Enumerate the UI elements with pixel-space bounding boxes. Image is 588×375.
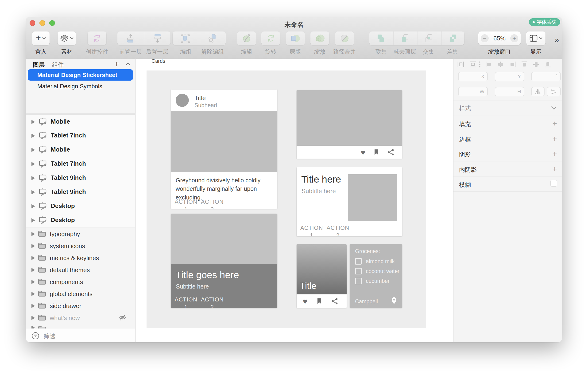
layer-row-folder[interactable]: components <box>26 276 135 288</box>
mask-button[interactable] <box>286 32 305 45</box>
width-field[interactable]: W <box>458 87 488 96</box>
difference-button[interactable] <box>441 32 464 45</box>
layer-row-artboard[interactable]: Desktop <box>26 213 135 227</box>
filter-input[interactable]: 筛选 <box>44 332 55 340</box>
disclosure-triangle-icon[interactable] <box>32 256 35 260</box>
disclosure-triangle-icon[interactable] <box>32 190 35 194</box>
align-top-icon[interactable] <box>521 61 528 68</box>
checklist-item: coconut water <box>355 268 399 274</box>
flip-horizontal-button[interactable] <box>531 87 545 96</box>
more-options-icon[interactable] <box>479 61 481 68</box>
layer-row-folder[interactable]: global elements <box>26 288 135 300</box>
rotation-field[interactable]: ° <box>531 72 561 81</box>
layer-row-artboard[interactable]: Mobile <box>26 114 135 129</box>
disclosure-triangle-icon[interactable] <box>32 232 35 236</box>
zoom-in-button[interactable]: + <box>510 34 518 42</box>
layer-row-folder[interactable]: system icons <box>26 240 135 252</box>
disclosure-triangle-icon[interactable] <box>32 204 35 208</box>
card-media-actions[interactable]: ♥ <box>297 90 402 159</box>
scale-button[interactable] <box>310 32 329 45</box>
disclosure-triangle-icon[interactable] <box>32 176 35 180</box>
y-field[interactable]: Y <box>495 72 524 81</box>
align-middle-vertical-icon[interactable] <box>533 61 539 68</box>
artboard-title[interactable]: Cards <box>151 58 165 64</box>
card-small-title[interactable]: Title ♥ <box>297 244 346 308</box>
tab-layers[interactable]: 图层 <box>33 61 45 69</box>
card-media-text[interactable]: Title Subhead Greyhound divisively hello… <box>171 89 277 209</box>
layer-row-artboard[interactable]: Mobile <box>26 143 135 157</box>
toolbar-overflow-button[interactable]: » <box>555 35 558 44</box>
distribute-horizontal-icon[interactable] <box>457 61 464 68</box>
flatten-paths-button[interactable] <box>335 32 354 45</box>
ungroup-button[interactable] <box>200 32 226 45</box>
height-field[interactable]: H <box>495 87 524 96</box>
disclosure-triangle-icon[interactable] <box>32 162 35 166</box>
disclosure-triangle-icon[interactable] <box>32 268 35 272</box>
filter-bar: 筛选 <box>26 329 135 342</box>
font-missing-badge[interactable]: 字体丢失 <box>529 18 560 26</box>
card-title-image[interactable]: Title here Subtitle here ACTION 1 ACTION… <box>297 167 402 236</box>
layer-label: typography <box>50 231 80 238</box>
layer-row-folder[interactable]: side drawer <box>26 300 135 312</box>
layer-row-folder[interactable]: metrics & keylines <box>26 252 135 264</box>
assets-button[interactable] <box>58 32 76 45</box>
disclosure-triangle-icon[interactable] <box>32 134 35 138</box>
align-bottom-icon[interactable] <box>545 61 551 68</box>
page-label: Material Design Stickersheet <box>37 72 117 78</box>
x-field[interactable]: X <box>458 72 488 81</box>
canvas[interactable]: Cards Title Subhead Greyhound divisively… <box>136 59 453 342</box>
add-shadow-button[interactable]: + <box>552 150 557 158</box>
card-dark-overlay[interactable]: Title goes here Subtitle here ACTION 1 A… <box>171 214 277 308</box>
layer-row-artboard[interactable]: Desktop <box>26 199 135 213</box>
disclosure-triangle-icon[interactable] <box>32 244 35 248</box>
blur-checkbox[interactable] <box>550 180 557 187</box>
edit-button[interactable] <box>237 32 256 45</box>
layer-row-artboard[interactable]: Tablet 7inch <box>26 129 135 143</box>
layer-row-artboard[interactable]: Tablet 9inch <box>26 171 135 185</box>
disclosure-triangle-icon[interactable] <box>32 280 35 284</box>
chevron-down-icon[interactable] <box>551 106 556 110</box>
page-item[interactable]: Material Design Symbols <box>37 83 102 90</box>
disclosure-triangle-icon[interactable] <box>32 218 35 223</box>
align-left-icon[interactable] <box>485 61 493 68</box>
layer-row-artboard[interactable]: Tablet 7inch <box>26 157 135 171</box>
page-item-selected[interactable]: Material Design Stickersheet <box>28 69 133 81</box>
align-right-icon[interactable] <box>509 61 516 68</box>
checklist-item: cucumber <box>355 278 389 284</box>
zoom-out-button[interactable]: − <box>481 34 489 42</box>
align-center-horizontal-icon[interactable] <box>497 61 504 68</box>
layer-row-artboard[interactable]: Tablet 9inch <box>26 185 135 199</box>
view-button[interactable] <box>526 32 546 45</box>
card-groceries[interactable]: Groceries: almond milk coconut water cuc… <box>350 244 402 308</box>
checklist-label: coconut water <box>366 268 399 274</box>
add-fill-button[interactable]: + <box>552 119 557 127</box>
layer-row-folder[interactable]: default themes <box>26 264 135 276</box>
layer-row-folder[interactable]: typography <box>26 228 135 240</box>
send-backward-button[interactable] <box>145 32 171 45</box>
disclosure-triangle-icon[interactable] <box>32 316 35 320</box>
add-inner-shadow-button[interactable]: + <box>552 165 557 173</box>
rotate-button[interactable] <box>261 32 280 45</box>
subtract-button[interactable] <box>393 32 416 45</box>
disclosure-triangle-icon[interactable] <box>32 120 35 124</box>
layer-row-folder-hidden[interactable]: what's new <box>26 312 135 324</box>
add-border-button[interactable]: + <box>552 135 557 143</box>
group-button[interactable] <box>173 32 199 45</box>
union-button[interactable] <box>369 32 392 45</box>
disclosure-triangle-icon[interactable] <box>32 148 35 152</box>
flip-vertical-button[interactable] <box>547 87 561 96</box>
bring-forward-button[interactable] <box>117 32 143 45</box>
create-symbol-button[interactable] <box>88 32 106 45</box>
window-title: 未命名 <box>26 21 562 29</box>
section-border: 边框 <box>459 136 471 143</box>
distribute-vertical-icon[interactable] <box>469 61 476 68</box>
tab-components[interactable]: 组件 <box>52 61 64 69</box>
collapse-pages-icon[interactable] <box>126 63 131 66</box>
insert-button[interactable]: + <box>32 32 50 45</box>
zoom-level[interactable]: 65% <box>493 35 505 42</box>
eye-hidden-icon[interactable] <box>118 315 126 321</box>
disclosure-triangle-icon[interactable] <box>32 304 35 308</box>
add-page-button[interactable]: + <box>114 59 119 69</box>
disclosure-triangle-icon[interactable] <box>32 292 35 296</box>
intersect-button[interactable] <box>418 32 440 45</box>
